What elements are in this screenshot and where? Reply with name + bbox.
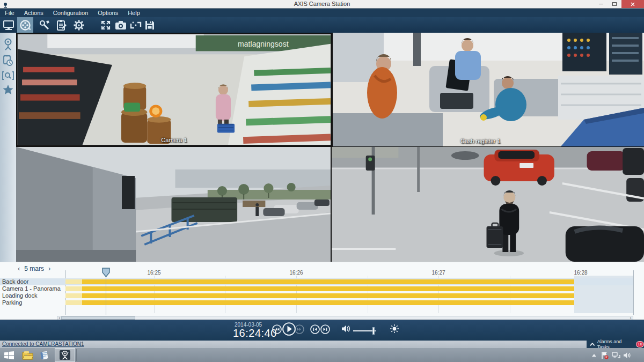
camera-feed-1[interactable]: matlagningsost	[17, 34, 331, 145]
clipboard-icon	[56, 19, 67, 31]
playback-time: 16:24:40	[233, 327, 277, 339]
menu-bar: File Actions Configuration Options Help	[0, 9, 644, 17]
file-explorer-taskbar-button[interactable]	[19, 348, 35, 362]
timeline-row-parking[interactable]: Parking	[0, 299, 644, 306]
start-button[interactable]	[0, 348, 18, 362]
loading-dock-scene	[16, 147, 331, 262]
step-forward-icon	[320, 324, 330, 334]
minimize-button[interactable]	[595, 0, 608, 8]
setup-button[interactable]	[36, 17, 53, 33]
floppy-save-icon	[144, 20, 155, 31]
recording-bar	[82, 286, 574, 291]
axis-app-icon	[59, 350, 71, 360]
fast-forward-button[interactable]	[295, 324, 304, 336]
mute-button[interactable]	[341, 324, 350, 336]
sidebar-bookmarks-button[interactable]	[0, 82, 16, 97]
fast-forward-icon	[295, 324, 304, 334]
sidebar-cameras-button[interactable]	[0, 37, 16, 52]
menu-file[interactable]: File	[0, 9, 19, 17]
status-bar: Connected to CAMERASTATION1 Alarms and T…	[0, 341, 644, 348]
timeline-date-label: 5 mars	[24, 265, 44, 272]
monitor-icon	[3, 20, 14, 31]
play-icon	[282, 322, 296, 336]
connection-status-link[interactable]: Connected to CAMERASTATION1	[2, 341, 84, 347]
parking-scene	[332, 147, 644, 262]
playhead-marker[interactable]	[102, 268, 110, 279]
menu-help[interactable]: Help	[123, 9, 145, 17]
play-button[interactable]	[282, 322, 296, 338]
notepad-icon	[40, 350, 49, 360]
brightness-sun-icon	[390, 324, 399, 334]
timeline-date-nav: ‹ 5 mars ›	[18, 264, 50, 272]
save-button[interactable]	[142, 17, 158, 33]
recordings-clock-icon	[3, 55, 13, 67]
axis-camera-station-taskbar-button[interactable]	[55, 348, 75, 362]
chevron-up-icon	[590, 343, 595, 346]
surveillance-camera-icon	[3, 38, 13, 51]
menu-actions[interactable]: Actions	[19, 9, 48, 17]
fullscreen-button[interactable]	[98, 17, 114, 33]
timeline-row-loading-dock[interactable]: Loading dock	[0, 292, 644, 299]
windows-taskbar	[0, 348, 644, 362]
settings-button[interactable]	[71, 17, 87, 33]
network-tray-icon[interactable]	[611, 348, 621, 362]
sidebar-recordings-button[interactable]	[0, 53, 16, 68]
camera-feed-2[interactable]: Cash register 1	[333, 33, 644, 146]
camera-2-name-overlay: Cash register 1	[460, 138, 501, 144]
playback-bar: 2014-03-05 16:24:40	[0, 320, 644, 341]
previous-frame-button[interactable]	[310, 324, 320, 336]
recordings-button[interactable]	[17, 17, 33, 33]
recording-bar	[82, 293, 574, 298]
next-frame-button[interactable]	[320, 324, 330, 336]
wrench-camera-icon	[39, 19, 50, 31]
action-center-tray-icon[interactable]	[599, 348, 610, 362]
close-button[interactable]	[621, 0, 644, 8]
sidebar-smart-search-button[interactable]	[0, 68, 16, 83]
axis-camera-station-window: AXIS Camera Station File Actions Configu…	[0, 0, 644, 362]
close-icon	[631, 2, 635, 6]
maximize-button[interactable]	[608, 0, 621, 8]
menu-options[interactable]: Options	[93, 9, 123, 17]
notepad-taskbar-button[interactable]	[36, 348, 53, 362]
live-view-button[interactable]	[1, 17, 17, 33]
left-sidebar	[0, 33, 16, 262]
logs-button[interactable]	[54, 17, 70, 33]
cash-register-scene	[333, 33, 644, 146]
tick-1628: 16:28	[574, 270, 587, 276]
alarms-and-tasks-button[interactable]: Alarms and Tasks 18	[587, 341, 644, 348]
snapshot-button[interactable]	[113, 17, 129, 33]
camera-feed-3[interactable]	[16, 147, 331, 262]
rewind-icon	[272, 324, 282, 334]
svg-text:matlagningsost: matlagningsost	[238, 40, 289, 48]
tray-chevron-icon	[592, 354, 596, 357]
window-title: AXIS Camera Station	[0, 1, 644, 7]
flag-alert-icon	[601, 351, 609, 359]
camera-1-name-overlay: Camera 1	[161, 137, 187, 143]
alarms-count-badge: 18	[636, 341, 644, 348]
recording-bar	[82, 279, 574, 284]
step-back-icon	[310, 324, 320, 334]
star-icon	[2, 84, 14, 95]
timeline-row-back-door[interactable]: Back door	[0, 278, 633, 285]
menu-configuration[interactable]: Configuration	[48, 9, 93, 17]
previous-day-button[interactable]: ‹	[18, 264, 20, 272]
recording-bar-lead	[65, 293, 82, 298]
recording-bar	[82, 300, 574, 305]
image-settings-button[interactable]	[390, 324, 399, 336]
next-day-button[interactable]: ›	[48, 264, 50, 272]
camera-grid: matlagningsost	[16, 33, 644, 262]
volume-tray-icon[interactable]	[621, 348, 632, 362]
selection-markers-icon	[130, 20, 142, 30]
rewind-button[interactable]	[272, 324, 282, 336]
windows-logo-icon	[4, 351, 14, 359]
volume-slider-handle[interactable]	[372, 327, 375, 335]
timeline-row-camera1-panorama[interactable]: Camera 1 - Panorama	[0, 285, 644, 292]
film-reel-icon	[19, 19, 31, 31]
network-icon	[612, 351, 620, 359]
camera-1-scene: matlagningsost	[18, 34, 331, 145]
taskbar-separator	[76, 349, 77, 361]
tray-speaker-icon	[623, 352, 631, 359]
tray-show-hidden-button[interactable]	[590, 348, 598, 362]
camera-feed-4[interactable]	[332, 147, 644, 262]
camera-icon	[115, 20, 127, 30]
